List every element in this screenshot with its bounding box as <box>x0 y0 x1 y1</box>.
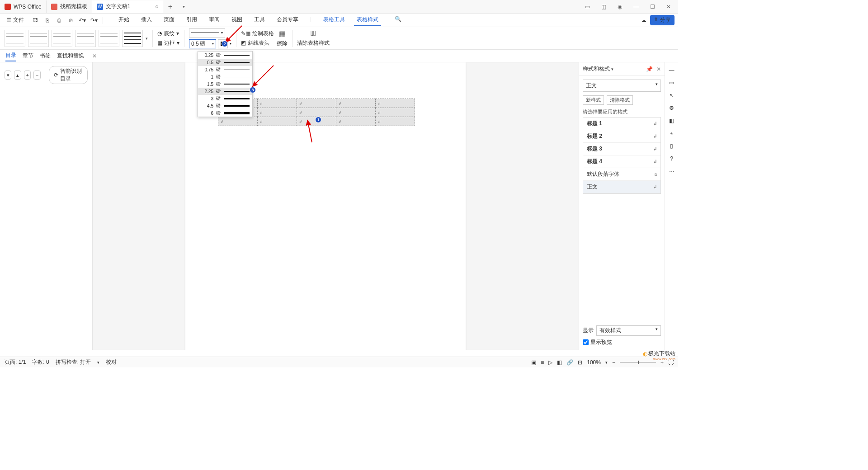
new-style-button[interactable]: 新样式 <box>583 95 604 105</box>
width-option[interactable]: 4.5磅 <box>198 102 252 109</box>
shading-button[interactable]: ◔底纹▾ <box>157 30 179 38</box>
smart-toc-button[interactable]: ⟳智能识别目录 <box>49 66 88 84</box>
style-item-h1[interactable]: 标题 1↲ <box>583 118 660 130</box>
layers-icon[interactable]: ◧ <box>669 118 674 124</box>
clear-style-label[interactable]: 清除表格样式 <box>297 39 330 47</box>
nav-tab-bookmark[interactable]: 书签 <box>40 51 51 61</box>
width-option[interactable]: 3磅 <box>198 95 252 102</box>
line-width-select[interactable]: 0.5磅▾ <box>189 39 216 48</box>
view-outline-icon[interactable]: ≡ <box>541 359 544 366</box>
search-icon[interactable]: 🔍 <box>392 14 404 26</box>
view-web-icon[interactable]: ◧ <box>557 359 562 366</box>
table-style-6[interactable] <box>122 30 143 47</box>
style-item-h3[interactable]: 标题 3↲ <box>583 143 660 155</box>
save-icon[interactable]: 🖫 <box>31 17 39 24</box>
nav-up-button[interactable]: ▴ <box>14 70 21 80</box>
menu-reference[interactable]: 引用 <box>184 14 200 26</box>
word-count[interactable]: 字数: 0 <box>32 358 49 366</box>
table-style-1[interactable] <box>5 30 25 47</box>
preview-checkbox-input[interactable] <box>583 339 589 345</box>
current-style-select[interactable]: 正文▾ <box>583 80 661 92</box>
print-icon[interactable]: ⎙ <box>55 17 63 24</box>
width-option[interactable]: 0.5磅 <box>198 59 252 66</box>
width-option[interactable]: 0.25磅 <box>198 52 252 59</box>
width-option[interactable]: 0.75磅 <box>198 66 252 73</box>
document-tab[interactable]: W文字文稿1 <box>92 0 164 13</box>
panel-close-button[interactable]: ✕ <box>656 66 661 72</box>
more-icon[interactable]: ⋯ <box>669 168 675 174</box>
nav-down-button[interactable]: ▾ <box>5 70 11 80</box>
nav-add-button[interactable]: + <box>24 70 31 80</box>
menu-tools[interactable]: 工具 <box>251 14 268 26</box>
zoom-level[interactable]: 100% <box>587 359 601 366</box>
reader-icon[interactable]: ▭ <box>581 1 593 13</box>
proofing-status[interactable]: 校对 <box>106 358 117 366</box>
view-read-icon[interactable]: ▷ <box>548 359 552 366</box>
menu-page[interactable]: 页面 <box>161 14 177 26</box>
clear-format-button[interactable]: 清除格式 <box>607 95 633 105</box>
redo-button[interactable]: ↷▾ <box>90 17 98 24</box>
collapse-icon[interactable]: — <box>669 67 675 73</box>
erase-label[interactable]: 擦除 <box>277 40 288 47</box>
menu-insert[interactable]: 插入 <box>138 14 155 26</box>
attachment-icon[interactable]: ⎘ <box>43 17 51 24</box>
page-indicator[interactable]: 页面: 1/1 <box>5 358 26 366</box>
border-button[interactable]: ▦边框▾ <box>157 39 179 47</box>
settings-icon[interactable]: ⚙ <box>669 105 674 111</box>
maximize-button[interactable]: ☐ <box>646 1 658 13</box>
width-option[interactable]: 1磅 <box>198 73 252 80</box>
table-style-2[interactable] <box>28 30 49 47</box>
fit-icon[interactable]: ⊡ <box>578 359 582 366</box>
spellcheck-status[interactable]: 拼写检查: 打开 <box>56 358 91 366</box>
document-canvas[interactable]: ↲↲↲↲↲ ↲↲↲↲↲ ↲↲↲↲↲ <box>93 62 579 350</box>
ruler-icon[interactable]: ⟐ <box>670 130 673 136</box>
nav-remove-button[interactable]: − <box>33 70 40 80</box>
close-button[interactable]: ✕ <box>663 1 675 13</box>
zoom-slider[interactable] <box>620 362 656 363</box>
bookmark-icon[interactable]: ▯ <box>670 143 673 149</box>
select-icon[interactable]: ▭ <box>669 80 674 86</box>
preview-checkbox[interactable]: 显示预览 <box>583 338 661 346</box>
help-icon[interactable]: ? <box>670 155 673 162</box>
show-filter-select[interactable]: 有效样式▾ <box>596 325 661 336</box>
style-item-h2[interactable]: 标题 2↲ <box>583 130 660 143</box>
width-option[interactable]: 6磅 <box>198 109 252 117</box>
share-button[interactable]: ⇪分享 <box>650 15 675 25</box>
cube-icon[interactable]: ◫ <box>598 1 609 13</box>
width-option[interactable]: 2.25磅 <box>198 88 252 95</box>
nav-tab-find[interactable]: 查找和替换 <box>57 51 84 61</box>
clear-style-icon[interactable]: ▦⃠ <box>311 29 316 38</box>
table-style-3[interactable] <box>52 30 72 47</box>
line-style-select[interactable]: ▾ <box>189 28 225 38</box>
style-item-h4[interactable]: 标题 4↲ <box>583 155 660 168</box>
diagonal-header-button[interactable]: ◩斜线表头 <box>241 39 274 47</box>
view-page-icon[interactable]: ▣ <box>531 359 536 366</box>
avatar-icon[interactable]: ◉ <box>614 1 626 13</box>
menu-start[interactable]: 开始 <box>116 14 132 26</box>
nav-close-button[interactable]: ✕ <box>92 52 97 61</box>
table-style-5[interactable] <box>99 30 119 47</box>
table-style-4[interactable] <box>75 30 96 47</box>
cursor-icon[interactable]: ↖ <box>670 92 674 99</box>
undo-button[interactable]: ↶▾ <box>78 17 86 24</box>
pin-icon[interactable]: 📌 <box>646 66 653 72</box>
template-tab[interactable]: 找稻壳模板 <box>47 0 92 13</box>
width-option[interactable]: 1.5磅 <box>198 80 252 88</box>
menu-table-style[interactable]: 表格样式 <box>354 14 381 26</box>
zoom-out-button[interactable]: − <box>612 359 615 366</box>
draw-table-button[interactable]: ✎▦绘制表格 <box>241 30 274 38</box>
chevron-down-icon[interactable]: ▾ <box>611 67 613 71</box>
app-tab[interactable]: WPS Office <box>0 0 47 13</box>
link-icon[interactable]: 🔗 <box>566 359 573 366</box>
style-gallery-more[interactable]: ▾ <box>146 36 148 41</box>
tab-menu-button[interactable]: ▾ <box>177 4 190 9</box>
style-item-body[interactable]: 正文↲ <box>583 181 660 193</box>
minimize-button[interactable]: — <box>630 1 642 13</box>
eraser-icon[interactable]: ▦ <box>279 29 286 38</box>
cloud-icon[interactable]: ☁ <box>641 17 646 24</box>
menu-member[interactable]: 会员专享 <box>274 14 301 26</box>
nav-tab-toc[interactable]: 目录 <box>5 50 16 61</box>
file-menu[interactable]: ☰文件 <box>4 16 27 24</box>
menu-review[interactable]: 审阅 <box>206 14 222 26</box>
preview-icon[interactable]: ⎚ <box>66 17 75 24</box>
